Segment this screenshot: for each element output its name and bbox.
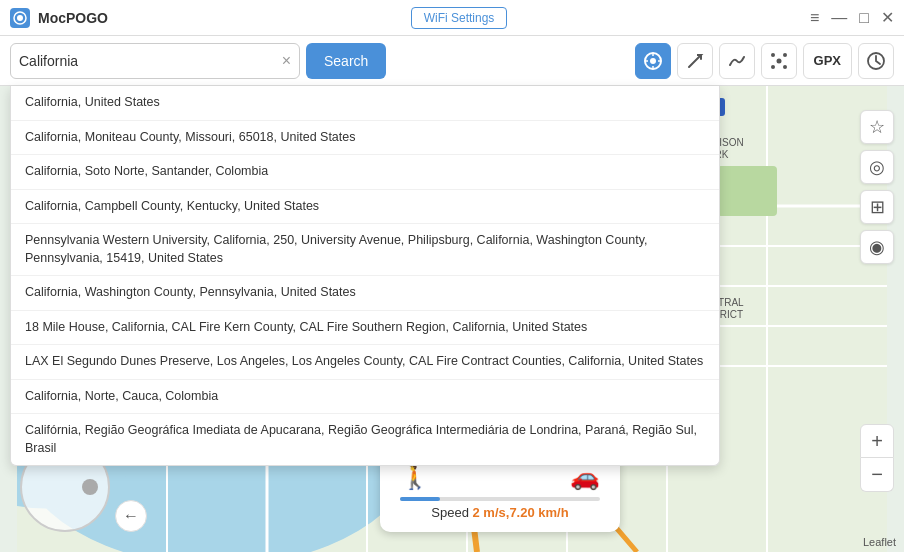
joystick-dot	[82, 479, 98, 495]
app-title: MocPOGO	[38, 10, 108, 26]
speed-text: Speed 2 m/s,7.20 km/h	[400, 505, 600, 520]
speed-slider-row	[400, 497, 600, 501]
zoom-in-button[interactable]: +	[860, 424, 894, 458]
svg-point-12	[783, 65, 787, 69]
title-bar: MocPOGO WiFi Settings ≡ — □ ✕	[0, 0, 904, 36]
dropdown-item[interactable]: LAX El Segundo Dunes Preserve, Los Angel…	[11, 345, 719, 380]
dropdown-item[interactable]: California, Moniteau County, Missouri, 6…	[11, 121, 719, 156]
app-icon	[10, 8, 30, 28]
dropdown-item[interactable]: California, Campbell County, Kentucky, U…	[11, 190, 719, 225]
dropdown-item[interactable]: Pennsylvania Western University, Califor…	[11, 224, 719, 276]
walk-icon: 🚶	[400, 463, 430, 491]
dropdown-item[interactable]: California, Washington County, Pennsylva…	[11, 276, 719, 311]
svg-point-11	[771, 65, 775, 69]
menu-button[interactable]: ≡	[810, 9, 819, 27]
dropdown-item[interactable]: Califórnia, Região Geográfica Imediata d…	[11, 414, 719, 465]
svg-point-8	[776, 58, 781, 63]
dropdown-item[interactable]: California, United States	[11, 86, 719, 121]
zoom-controls: + −	[860, 424, 894, 492]
multipoint-tool-button[interactable]	[761, 43, 797, 79]
search-box: California ×	[10, 43, 300, 79]
svg-point-10	[783, 53, 787, 57]
speed-label: Speed	[431, 505, 472, 520]
search-dropdown: California, United States California, Mo…	[10, 86, 720, 466]
svg-point-9	[771, 53, 775, 57]
window-controls: ≡ — □ ✕	[810, 8, 894, 27]
history-button[interactable]	[858, 43, 894, 79]
speed-value: 2 m/s,7.20 km/h	[473, 505, 569, 520]
svg-point-3	[650, 58, 656, 64]
svg-point-1	[17, 15, 23, 21]
speed-fill	[400, 497, 440, 501]
wifi-settings-button[interactable]: WiFi Settings	[411, 7, 508, 29]
leaflet-credit: Leaflet	[863, 536, 896, 548]
search-input[interactable]: California	[19, 53, 282, 69]
minimize-button[interactable]: —	[831, 9, 847, 27]
my-location-button[interactable]: ◉	[860, 230, 894, 264]
arrow-tool-button[interactable]	[677, 43, 713, 79]
right-icons: ☆ ◎ ⊞ ◉	[860, 110, 894, 264]
clear-button[interactable]: ×	[282, 52, 291, 70]
dropdown-item[interactable]: 18 Mile House, California, CAL Fire Kern…	[11, 311, 719, 346]
dropdown-item[interactable]: California, Soto Norte, Santander, Colom…	[11, 155, 719, 190]
compass-button[interactable]: ◎	[860, 150, 894, 184]
speed-icons-row: 🚶 🚗	[400, 463, 600, 491]
layers-button[interactable]: ⊞	[860, 190, 894, 224]
locate-tool-button[interactable]	[635, 43, 671, 79]
title-bar-left: MocPOGO	[10, 8, 108, 28]
favorites-button[interactable]: ☆	[860, 110, 894, 144]
speed-slider[interactable]	[400, 497, 600, 501]
search-button[interactable]: Search	[306, 43, 386, 79]
dropdown-item[interactable]: California, Norte, Cauca, Colombia	[11, 380, 719, 415]
zoom-out-button[interactable]: −	[860, 458, 894, 492]
car-icon: 🚗	[570, 463, 600, 491]
svg-rect-30	[717, 166, 777, 216]
back-button[interactable]: ←	[115, 500, 147, 532]
toolbar: California × Search GPX	[0, 36, 904, 86]
gpx-button[interactable]: GPX	[803, 43, 852, 79]
close-button[interactable]: ✕	[881, 8, 894, 27]
maximize-button[interactable]: □	[859, 9, 869, 27]
route-tool-button[interactable]	[719, 43, 755, 79]
